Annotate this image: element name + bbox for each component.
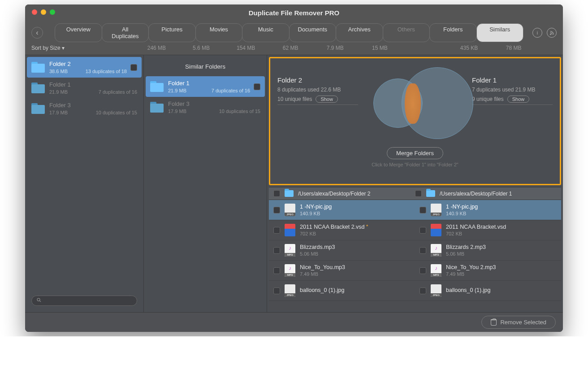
select-all-right-checkbox[interactable] xyxy=(415,190,422,197)
folder-icon xyxy=(285,190,294,197)
file-row[interactable]: JPEG1 -NY-pic.jpg140.9 KBJPEG1 -NY-pic.j… xyxy=(269,200,561,220)
tab-others[interactable]: Others xyxy=(383,23,430,42)
file-checkbox-left[interactable] xyxy=(273,287,280,294)
file-row[interactable]: MP3Blizzards.mp35.06 MBMP3Blizzards 2.mp… xyxy=(269,240,561,261)
folder-item[interactable]: Folder 121.9 MB7 duplicates of 16 xyxy=(27,78,142,98)
file-row[interactable]: MP3Nice_To_You.mp37.49 MBMP3Nice_To_You … xyxy=(269,261,561,281)
venn-right-info: Folder 1 7 duplicates used 21.9 MB 9 uni… xyxy=(472,63,553,105)
tab-archives[interactable]: Archives xyxy=(336,23,383,42)
zoom-icon[interactable] xyxy=(50,9,55,15)
folder-size: 21.9 MB xyxy=(49,89,68,95)
titlebar: Duplicate File Remover PRO xyxy=(25,4,563,21)
tab-folders[interactable]: Folders xyxy=(429,23,477,42)
venn-comparison-panel: Folder 2 8 duplicates used 22.6 MB 10 un… xyxy=(269,57,561,185)
file-checkbox-right[interactable] xyxy=(419,267,426,274)
merge-folders-button[interactable]: Merge Folders xyxy=(387,147,443,159)
show-right-button[interactable]: Show xyxy=(507,96,530,103)
window-title: Duplicate File Remover PRO xyxy=(249,9,340,17)
file-checkbox-left[interactable] xyxy=(273,227,280,234)
trash-icon xyxy=(491,319,497,326)
file-name: Nice_To_You.mp3 xyxy=(300,264,345,270)
folder-item[interactable]: Folder 121.9 MB7 duplicates of 16 xyxy=(146,76,265,97)
venn-left-name: Folder 2 xyxy=(277,76,358,84)
file-checkbox-right[interactable] xyxy=(419,207,426,213)
file-row[interactable]: JPEGballoons_0 (1).jpgJPEGballoons_0 (1)… xyxy=(269,281,561,301)
tab-documents[interactable]: Documents xyxy=(289,23,337,42)
remove-selected-button[interactable]: Remove Selected xyxy=(481,316,556,329)
file-size: 7.49 MB xyxy=(446,271,496,277)
similar-folders-title: Similar Folders xyxy=(146,57,265,76)
file-type-icon: JPEG xyxy=(431,204,441,216)
folder-name: Folder 2 xyxy=(49,61,127,67)
folder-icon xyxy=(426,190,435,197)
folder-icon xyxy=(150,81,164,92)
file-checkbox-left[interactable] xyxy=(273,207,280,213)
tab-all-duplicates[interactable]: All Duplicates xyxy=(102,23,149,42)
folder-checkbox[interactable] xyxy=(130,64,137,71)
show-left-button[interactable]: Show xyxy=(316,96,338,103)
search-icon xyxy=(36,297,42,304)
tab-pictures[interactable]: Pictures xyxy=(148,23,196,42)
tab-similars[interactable]: Similars xyxy=(476,23,524,42)
venn-left-info: Folder 2 8 duplicates used 22.6 MB 10 un… xyxy=(277,63,358,105)
folder-checkbox[interactable] xyxy=(254,83,260,90)
chevron-left-icon: ‹ xyxy=(36,29,38,37)
svg-point-1 xyxy=(37,298,40,301)
tab-size: 246 MB xyxy=(134,45,179,51)
sort-dropdown[interactable]: Sort by Size ▾ xyxy=(31,45,67,51)
folder-item[interactable]: Folder 317.9 MB10 duplicates of 15 xyxy=(146,97,265,118)
folder-dup: 7 duplicates of 16 xyxy=(99,89,137,95)
file-row[interactable]: 2011 NCAA Bracket 2.vsd★702 KB2011 NCAA … xyxy=(269,220,561,240)
path-left: /Users/alexa/Desktop/Folder 2 xyxy=(298,191,370,197)
file-checkbox-right[interactable] xyxy=(419,247,426,254)
file-name: 2011 NCAA Bracket 2.vsd★ xyxy=(300,224,368,230)
close-icon[interactable] xyxy=(32,9,37,15)
folder-icon xyxy=(150,102,164,113)
select-all-left-checkbox[interactable] xyxy=(273,190,280,197)
file-checkbox-right[interactable] xyxy=(419,287,426,294)
svg-line-2 xyxy=(39,300,41,302)
search-input[interactable] xyxy=(31,296,137,306)
tab-overview[interactable]: Overview xyxy=(55,23,102,42)
folder-name: Folder 1 xyxy=(168,80,250,87)
tab-size xyxy=(90,45,134,51)
category-tabs: OverviewAll DuplicatesPicturesMoviesMusi… xyxy=(55,23,523,42)
content: Folder 238.6 MB13 duplicates of 18Folder… xyxy=(25,55,563,312)
file-type-icon xyxy=(285,224,295,236)
file-name: 2011 NCAA Bracket.vsd xyxy=(446,224,506,230)
file-checkbox-right[interactable] xyxy=(419,227,426,234)
info-icon[interactable]: i xyxy=(532,28,542,38)
folder-icon xyxy=(31,83,45,93)
venn-left-stat: 8 duplicates used 22.6 MB xyxy=(277,87,358,93)
folder-size: 38.6 MB xyxy=(49,69,68,74)
file-checkbox-left[interactable] xyxy=(273,247,280,254)
venn-right-stat: 7 duplicates used 21.9 MB xyxy=(472,87,553,93)
file-size: 5.06 MB xyxy=(300,251,335,257)
svg-point-0 xyxy=(550,34,550,35)
path-right: /Users/alexa/Desktop/Folder 1 xyxy=(440,191,512,197)
venn-left-unique: 10 unique files xyxy=(277,96,312,102)
minimize-icon[interactable] xyxy=(41,9,46,15)
merge-hint: Click to Merge "Folder 1" into "Folder 2… xyxy=(277,162,553,167)
folder-item[interactable]: Folder 238.6 MB13 duplicates of 18 xyxy=(27,57,142,78)
file-checkbox-left[interactable] xyxy=(273,267,280,274)
file-size: 7.49 MB xyxy=(300,271,345,277)
file-type-icon: MP3 xyxy=(285,244,295,257)
rss-icon[interactable] xyxy=(547,28,557,38)
folder-dup: 10 duplicates of 15 xyxy=(219,109,260,114)
folder-list-primary: Folder 238.6 MB13 duplicates of 18Folder… xyxy=(25,55,144,312)
folder-item[interactable]: Folder 317.9 MB10 duplicates of 15 xyxy=(27,98,142,119)
file-size: 140.9 KB xyxy=(300,211,332,216)
file-type-icon: MP3 xyxy=(285,264,295,277)
file-type-icon xyxy=(431,224,441,236)
tab-movies[interactable]: Movies xyxy=(195,23,243,42)
tab-size: 435 KB xyxy=(447,45,492,51)
folder-size: 17.9 MB xyxy=(168,109,186,114)
venn-diagram xyxy=(363,63,467,144)
tab-music[interactable]: Music xyxy=(242,23,290,42)
footer: Remove Selected xyxy=(25,312,563,332)
back-button[interactable]: ‹ xyxy=(31,27,43,39)
app-window: Duplicate File Remover PRO ‹ OverviewAll… xyxy=(25,4,563,332)
remove-label: Remove Selected xyxy=(500,319,546,326)
folder-name: Folder 1 xyxy=(49,81,137,88)
